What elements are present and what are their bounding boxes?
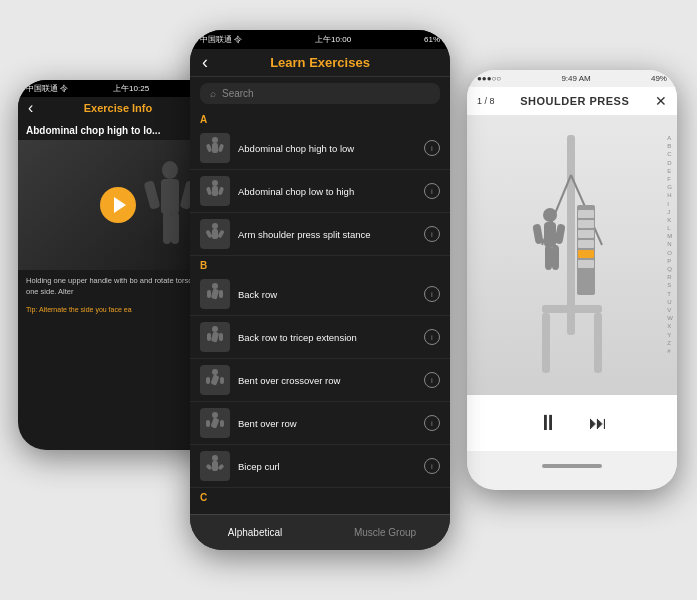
info-button[interactable]: i [424, 415, 440, 431]
svg-point-28 [212, 455, 218, 461]
exercise-info-phone: 中国联通 令 上午10:25 57% ‹ Exercise Info Abdom… [18, 80, 218, 450]
info-button[interactable]: i [424, 372, 440, 388]
svg-point-0 [212, 137, 218, 143]
left-carrier: 中国联通 令 [26, 83, 68, 94]
mid-nav-title: Learn Exercises [270, 55, 370, 70]
right-carrier: ●●●○○ [477, 74, 501, 83]
alphabet-index: A B C D E F G H I J K L M N O P Q R S T … [667, 135, 673, 355]
info-button[interactable]: i [424, 329, 440, 345]
svg-rect-21 [210, 374, 219, 385]
info-button[interactable]: i [424, 286, 440, 302]
svg-rect-46 [544, 222, 556, 247]
svg-rect-29 [212, 461, 218, 471]
svg-point-45 [543, 208, 557, 222]
pause-button[interactable]: ⏸ [537, 410, 559, 436]
exercise-thumb [200, 279, 230, 309]
pause-icon: ⏸ [537, 410, 559, 436]
svg-rect-7 [218, 187, 224, 196]
svg-rect-35 [594, 313, 602, 373]
exercise-tip: Tip: Alternate the side you face ea [18, 303, 218, 320]
tab-alphabetical-label: Alphabetical [228, 527, 282, 538]
tab-muscle-group[interactable]: Muscle Group [320, 515, 450, 550]
svg-point-16 [212, 326, 218, 332]
svg-rect-5 [212, 186, 218, 196]
svg-rect-44 [578, 260, 594, 268]
svg-rect-15 [219, 290, 223, 298]
svg-point-12 [212, 283, 218, 289]
info-button[interactable]: i [424, 458, 440, 474]
shoulder-press-phone: ●●●○○ 9:49 AM 49% 1 / 8 SHOULDER PRESS ✕ [467, 70, 677, 490]
svg-rect-26 [206, 420, 210, 427]
info-button[interactable]: i [424, 140, 440, 156]
list-item[interactable]: Bent over crossover row i [190, 359, 450, 402]
exercise-thumb [200, 133, 230, 163]
mid-status-bar: 中国联通 令 上午10:00 61% [190, 30, 450, 49]
exercise-thumb [200, 322, 230, 352]
list-item[interactable]: Bicep curl i [190, 445, 450, 488]
tab-alphabetical[interactable]: Alphabetical [190, 515, 320, 550]
svg-rect-13 [211, 288, 219, 299]
exercise-thumb [200, 365, 230, 395]
left-status-bar: 中国联通 令 上午10:25 57% [18, 80, 218, 97]
right-status-bar: ●●●○○ 9:49 AM 49% [467, 70, 677, 87]
exercise-name: Back row to tricep extension [238, 332, 416, 343]
exercise-description: Holding one upper handle with bo and rot… [18, 270, 218, 303]
mid-time: 上午10:00 [315, 34, 351, 45]
exercise-name: Abdominal chop low to high [238, 186, 416, 197]
svg-rect-43 [578, 250, 594, 258]
list-item[interactable]: Abdominal chop low to high i [190, 170, 450, 213]
exercise-thumb [200, 219, 230, 249]
svg-rect-31 [217, 463, 224, 470]
svg-rect-18 [207, 333, 211, 341]
info-button[interactable]: i [424, 226, 440, 242]
search-icon: ⌕ [210, 88, 216, 99]
svg-rect-39 [578, 210, 594, 218]
svg-rect-30 [205, 463, 212, 470]
skip-button[interactable]: ⏭ [589, 413, 607, 434]
svg-rect-41 [578, 230, 594, 238]
play-button[interactable] [100, 187, 136, 223]
svg-rect-42 [578, 240, 594, 248]
close-button[interactable]: ✕ [655, 93, 667, 109]
svg-rect-23 [220, 377, 224, 384]
mid-battery: 61% [424, 35, 440, 44]
svg-rect-33 [542, 305, 602, 313]
exercise-thumb [200, 451, 230, 481]
skip-icon: ⏭ [589, 413, 607, 434]
left-back-button[interactable]: ‹ [28, 99, 33, 117]
info-button[interactable]: i [424, 183, 440, 199]
left-time: 上午10:25 [113, 83, 149, 94]
list-item[interactable]: Arm shoulder press split stance i [190, 213, 450, 256]
exercise-name: Bent over crossover row [238, 375, 416, 386]
list-item[interactable]: Abdominal chop high to low i [190, 127, 450, 170]
exercise-name: Bent over row [238, 418, 416, 429]
mid-carrier: 中国联通 令 [200, 34, 242, 45]
exercise-header: 1 / 8 SHOULDER PRESS ✕ [467, 87, 677, 115]
svg-rect-1 [212, 143, 218, 153]
video-area[interactable] [18, 140, 218, 270]
home-indicator [542, 464, 602, 468]
section-label-b: B [190, 256, 450, 273]
machine-svg [522, 125, 622, 385]
svg-rect-6 [206, 187, 212, 196]
exercise-name: Back row [238, 289, 416, 300]
list-item[interactable]: Bent over row i [190, 402, 450, 445]
mid-back-button[interactable]: ‹ [202, 52, 208, 73]
exercise-name: Bicep curl [238, 461, 416, 472]
svg-rect-40 [578, 220, 594, 228]
bottom-tabs: Alphabetical Muscle Group [190, 514, 450, 550]
tab-muscle-group-label: Muscle Group [354, 527, 416, 538]
exercise-header-title: SHOULDER PRESS [520, 95, 629, 107]
left-exercise-title: Abdominal chop high to lo... [18, 119, 218, 140]
exercise-thumb [200, 176, 230, 206]
search-bar[interactable]: ⌕ Search [200, 83, 440, 104]
svg-rect-17 [211, 331, 219, 342]
svg-point-4 [212, 180, 218, 186]
exercise-list-b: Back row i Back row to tricep extension … [190, 273, 450, 488]
svg-rect-10 [205, 230, 212, 239]
list-item[interactable]: Back row i [190, 273, 450, 316]
video-background [18, 140, 218, 270]
exercise-list-a: Abdominal chop high to low i Abdominal c… [190, 127, 450, 256]
svg-rect-47 [532, 223, 543, 244]
list-item[interactable]: Back row to tricep extension i [190, 316, 450, 359]
